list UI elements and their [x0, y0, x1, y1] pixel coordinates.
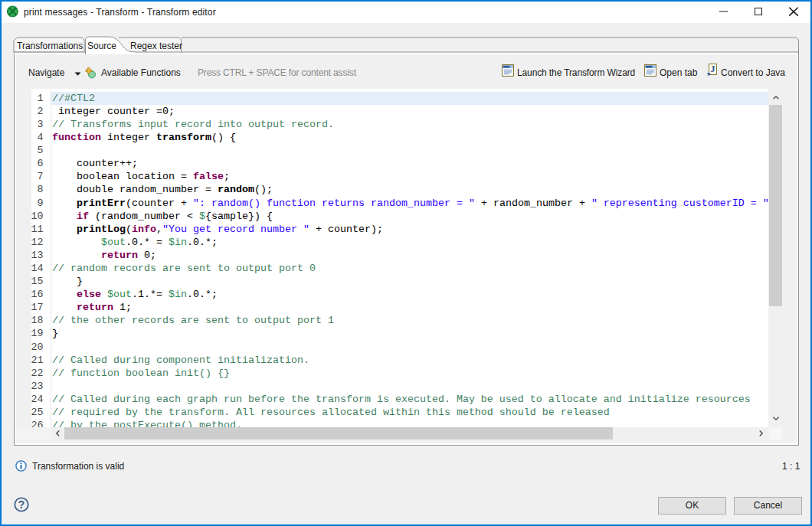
svg-text:?: ? — [18, 498, 25, 511]
